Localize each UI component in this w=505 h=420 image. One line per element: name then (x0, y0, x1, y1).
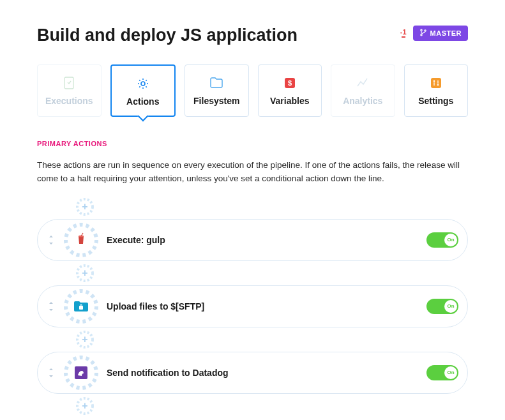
add-action-button[interactable]: + (75, 264, 94, 283)
tabs: Executions Actions Filesystem $ Variable… (37, 64, 468, 117)
pipeline: + Execute: gulp On + (37, 197, 468, 416)
tab-filesystem[interactable]: Filesystem (185, 64, 249, 117)
svg-point-8 (433, 80, 435, 82)
plus-icon: + (82, 400, 87, 412)
add-action-button[interactable]: + (75, 197, 94, 216)
filesystem-icon (210, 77, 223, 89)
gulp-icon (69, 228, 93, 252)
action-label: Upload files to $[SFTP] (107, 301, 418, 311)
tab-settings[interactable]: Settings (404, 64, 469, 117)
action-label: Execute: gulp (107, 235, 418, 245)
plus-icon: + (82, 267, 87, 279)
settings-icon (430, 77, 442, 89)
svg-text:$: $ (288, 79, 292, 87)
plus-icon: + (82, 201, 87, 213)
section-label: PRIMARY ACTIONS (37, 140, 468, 147)
drag-handle[interactable] (41, 302, 56, 311)
action-toggle[interactable]: On (426, 232, 458, 248)
svg-point-0 (420, 29, 421, 31)
svg-point-4 (141, 82, 145, 86)
action-row[interactable]: Send notification to Datadog On (37, 352, 468, 394)
variables-icon: $ (283, 77, 296, 89)
page-title: Build and deploy JS application (37, 26, 298, 45)
svg-point-9 (437, 84, 439, 86)
section-desc: These actions are run in sequence on eve… (37, 159, 468, 186)
action-label: Send notification to Datadog (107, 368, 418, 378)
drag-handle[interactable] (41, 368, 56, 377)
tab-variables[interactable]: $ Variables (258, 64, 322, 117)
branch-button[interactable]: MASTER (413, 26, 468, 41)
analytics-icon (356, 77, 369, 89)
add-action-button[interactable]: + (75, 396, 94, 416)
drag-handle[interactable] (41, 236, 56, 244)
svg-rect-7 (431, 78, 441, 88)
svg-point-1 (420, 34, 421, 36)
tab-executions[interactable]: Executions (37, 64, 102, 117)
plus-icon: + (82, 334, 87, 345)
svg-point-2 (424, 30, 425, 31)
action-toggle[interactable]: On (426, 299, 458, 314)
datadog-icon (69, 361, 93, 385)
tab-actions[interactable]: Actions (110, 64, 176, 117)
sftp-icon (69, 294, 93, 319)
actions-icon (137, 77, 149, 90)
executions-icon (63, 77, 75, 89)
action-row[interactable]: Upload files to $[SFTP] On (37, 285, 468, 327)
branch-icon (419, 29, 427, 38)
run-indicator: -1 (400, 29, 407, 38)
tab-analytics[interactable]: Analytics (331, 64, 395, 117)
action-row[interactable]: Execute: gulp On (37, 219, 468, 261)
action-toggle[interactable]: On (426, 365, 458, 380)
svg-rect-15 (79, 306, 83, 310)
add-action-button[interactable]: + (75, 330, 94, 349)
